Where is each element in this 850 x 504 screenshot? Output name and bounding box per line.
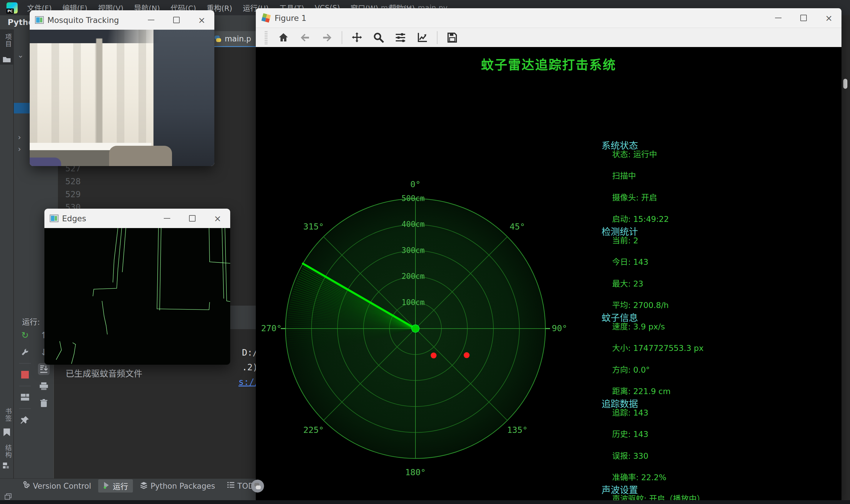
minimize-button[interactable] xyxy=(139,10,164,30)
panel-row: 平均: 2700.8/h xyxy=(612,299,669,310)
maximize-button[interactable] xyxy=(180,209,205,228)
toolbar-forward-icon[interactable] xyxy=(320,31,334,45)
pycharm-logo-icon: PC xyxy=(6,2,18,14)
panel-row: 当前: 2 xyxy=(612,234,638,246)
panel-row: 扫描中 xyxy=(612,169,636,181)
panel-row: 速度: 3.9 px/s xyxy=(612,320,665,332)
panel-row: 历史: 143 xyxy=(612,428,648,439)
tool-button-label: 运行 xyxy=(113,481,128,491)
camera-window-title: Mosquito Tracking xyxy=(47,16,139,25)
tool-button-python-packages[interactable]: Python Packages xyxy=(135,480,220,492)
sidebar-tab-structure[interactable]: 结构 xyxy=(3,444,12,460)
tool-button-label: Python Packages xyxy=(150,482,215,490)
structure-icon xyxy=(2,462,11,469)
svg-text:45°: 45° xyxy=(510,221,525,232)
panel-row: 摄像头: 开启 xyxy=(612,191,657,203)
figure-titlebar[interactable]: Figure 1 × xyxy=(256,8,842,28)
maximize-button[interactable] xyxy=(791,8,816,28)
figure-window: Figure 1 × 蚊子雷达追踪打击系统 100cm200cm300cm400… xyxy=(256,8,842,500)
toolbar-subplots-icon[interactable] xyxy=(393,31,408,45)
sidebar-tab-project[interactable]: 项目 xyxy=(3,34,12,49)
panel-row: 声波驱蚊: 开启（播放中） xyxy=(612,492,705,500)
tool-window-bar: Version Control运行Python PackagesTODO xyxy=(0,479,256,493)
camera-feed xyxy=(30,30,214,166)
figure-canvas: 蚊子雷达追踪打击系统 100cm200cm300cm400cm500cm0°45… xyxy=(256,47,842,500)
toolbar-separator xyxy=(342,31,342,44)
toolbar-home-icon[interactable] xyxy=(277,31,290,45)
svg-text:400cm: 400cm xyxy=(402,220,425,229)
close-button[interactable]: × xyxy=(189,10,214,30)
toolbar-zoom-icon[interactable] xyxy=(372,31,386,45)
radar-plot: 100cm200cm300cm400cm500cm0°45°90°135°180… xyxy=(256,47,842,500)
panel-row: 今日: 143 xyxy=(612,256,648,267)
chevron-right-icon[interactable]: › xyxy=(18,145,21,154)
chair-silhouette xyxy=(109,146,172,166)
settings-wrench-button[interactable] xyxy=(19,346,31,358)
packages-icon xyxy=(140,481,147,491)
left-tool-strip: 项目 书签 结构 xyxy=(0,30,14,479)
sidebar-tab-bookmarks[interactable]: 书签 xyxy=(3,408,12,423)
tool-button-run[interactable]: 运行 xyxy=(98,479,133,492)
run-panel-label: 运行: xyxy=(22,316,40,327)
close-button[interactable]: × xyxy=(816,8,842,28)
minimize-button[interactable] xyxy=(154,209,180,228)
svg-text:0°: 0° xyxy=(410,179,421,189)
panel-row: 误报: 330 xyxy=(612,450,648,461)
minimize-button[interactable] xyxy=(766,8,791,28)
python-file-icon xyxy=(214,35,222,42)
git-branch-icon xyxy=(23,481,30,491)
chevron-right-icon[interactable]: › xyxy=(18,133,21,142)
scroll-to-end-button[interactable] xyxy=(38,363,50,375)
svg-text:90°: 90° xyxy=(552,323,567,333)
rerun-button[interactable]: ↻ xyxy=(19,329,31,341)
svg-text:225°: 225° xyxy=(303,425,324,435)
opencv-window-icon xyxy=(50,215,58,222)
panel-row: 追踪: 143 xyxy=(612,407,648,418)
svg-text:135°: 135° xyxy=(507,425,528,435)
line-number: 528 xyxy=(65,176,78,189)
toolbar-axes-icon[interactable] xyxy=(415,31,429,45)
python-logo-icon xyxy=(251,480,264,492)
toolbar-save-icon[interactable] xyxy=(445,31,459,45)
figure-window-title: Figure 1 xyxy=(275,14,766,23)
svg-text:180°: 180° xyxy=(405,467,426,477)
panel-row: 最大: 23 xyxy=(612,277,643,289)
svg-text:500cm: 500cm xyxy=(402,194,425,203)
chevron-down-icon[interactable]: ⌄ xyxy=(17,51,24,59)
tool-button-version-control[interactable]: Version Control xyxy=(18,480,96,492)
maximize-button[interactable] xyxy=(164,10,189,30)
svg-text:270°: 270° xyxy=(261,323,282,333)
trash-button[interactable] xyxy=(38,397,50,409)
run-play-icon xyxy=(103,481,110,491)
close-button[interactable]: × xyxy=(205,209,230,228)
camera-titlebar[interactable]: Mosquito Tracking × xyxy=(30,10,214,30)
stop-button[interactable] xyxy=(19,369,31,381)
toolbar-grip[interactable] xyxy=(265,31,268,44)
editor-scrollbar xyxy=(842,30,850,500)
scrollbar-thumb[interactable] xyxy=(843,79,847,89)
panel-row: 大小: 1747727553.3 px xyxy=(612,342,704,353)
svg-text:315°: 315° xyxy=(303,221,324,232)
edges-window: Edges × xyxy=(45,209,230,365)
toolbar-separator xyxy=(437,31,438,44)
tab-main-py[interactable]: main.p xyxy=(209,31,256,47)
opencv-window-icon xyxy=(35,16,44,24)
status-bar xyxy=(0,493,256,500)
pin-icon[interactable] xyxy=(19,414,31,426)
layout-button[interactable] xyxy=(19,392,31,403)
panel-row: 状态: 运行中 xyxy=(612,148,657,160)
svg-text:100cm: 100cm xyxy=(402,298,425,307)
layout-restore-icon[interactable] xyxy=(5,493,12,500)
panel-row: 距离: 221.9 cm xyxy=(612,385,671,396)
folder-icon xyxy=(2,55,11,63)
bookmark-icon xyxy=(3,428,11,437)
todo-list-icon xyxy=(227,482,235,490)
taskbar-edge xyxy=(0,500,850,504)
console-output-line: 已生成驱蚊音频文件 xyxy=(66,367,142,379)
line-number: 529 xyxy=(65,189,78,202)
edges-titlebar[interactable]: Edges × xyxy=(45,209,230,228)
toolbar-pan-icon[interactable] xyxy=(350,31,364,45)
print-button[interactable] xyxy=(38,380,50,392)
edges-canvas xyxy=(45,228,230,365)
toolbar-back-icon[interactable] xyxy=(298,31,312,45)
